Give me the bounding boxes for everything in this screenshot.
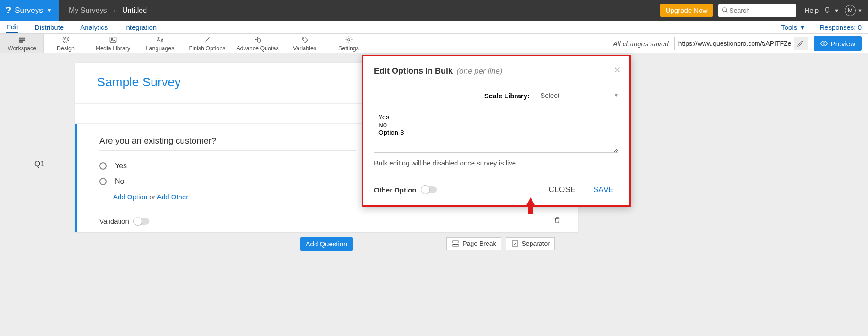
separator-button[interactable]: Separator (506, 237, 555, 250)
svg-point-6 (65, 37, 66, 38)
other-option-label: Other Option (374, 186, 417, 194)
other-option-toggle[interactable] (421, 186, 437, 193)
checkbox-icon (511, 240, 519, 248)
breadcrumb: My Surveys › Untitled (59, 0, 157, 21)
language-icon (156, 36, 164, 45)
bulk-options-textarea[interactable] (374, 109, 618, 153)
radio-icon (99, 162, 107, 170)
svg-point-10 (255, 37, 258, 40)
tool-variables[interactable]: Variables (283, 34, 327, 53)
tool-design[interactable]: Design (44, 34, 88, 53)
tab-distribute[interactable]: Distribute (35, 22, 64, 32)
svg-rect-4 (19, 41, 23, 42)
image-icon (109, 36, 117, 45)
modal-close-button[interactable]: CLOSE (544, 182, 580, 197)
page-break-button[interactable]: Page Break (446, 237, 501, 250)
question-number: Q1 (34, 160, 45, 169)
svg-rect-3 (19, 40, 25, 41)
caret-down-icon[interactable]: ▼ (857, 8, 863, 13)
scale-library-label: Scale Library: (484, 92, 530, 100)
scale-library-row: Scale Library: - Select - ▼ (374, 90, 618, 101)
tool-languages[interactable]: Languages (138, 34, 182, 53)
product-menu[interactable]: ? Surveys ▼ (0, 0, 59, 21)
save-status: All changes saved (613, 40, 669, 48)
editor-toolbar: Workspace Design Media Library Languages… (0, 34, 868, 53)
tool-advance-quotas[interactable]: Advance Quotas (233, 34, 283, 53)
modal-note: Bulk editing will be disabled once surve… (374, 159, 618, 167)
modal-close-icon[interactable]: ✕ (613, 64, 621, 75)
tool-workspace[interactable]: Workspace (0, 34, 44, 53)
svg-line-1 (727, 11, 728, 13)
bell-icon[interactable] (823, 5, 831, 16)
survey-url-box: https://www.questionpro.com/t/APITFZe (674, 37, 808, 50)
caret-down-icon[interactable]: ▼ (834, 8, 839, 13)
layout-chips: Page Break Separator (446, 237, 555, 250)
option-label: Yes (115, 162, 127, 170)
palette-icon (62, 36, 70, 45)
caret-down-icon: ▼ (614, 93, 618, 98)
add-option-link[interactable]: Add Option (113, 193, 147, 201)
tab-analytics[interactable]: Analytics (80, 22, 108, 32)
modal-hint: (one per line) (456, 67, 502, 75)
pencil-icon (797, 39, 805, 48)
avatar[interactable]: M (845, 5, 856, 16)
edit-options-bulk-modal: Edit Options in Bulk (one per line) ✕ Sc… (362, 55, 631, 207)
topbar: ? Surveys ▼ My Surveys › Untitled Upgrad… (0, 0, 868, 21)
svg-point-0 (722, 8, 727, 12)
gear-icon (345, 36, 353, 45)
annotation-arrow-icon (526, 197, 536, 207)
logo-icon: ? (5, 5, 11, 16)
add-question-row-bottom: Add Question Page Break Separator (75, 237, 578, 251)
svg-rect-2 (19, 38, 25, 39)
validation-toggle[interactable] (134, 218, 149, 225)
tag-icon (301, 36, 309, 45)
wand-icon (203, 36, 212, 45)
chevron-right-icon: › (114, 6, 116, 15)
tool-media-library[interactable]: Media Library (88, 34, 138, 53)
caret-down-icon: ▼ (47, 7, 52, 14)
responses-count[interactable]: Responses: 0 (819, 23, 862, 31)
question-text[interactable]: Are you an existing customer? (99, 136, 356, 151)
modal-title: Edit Options in Bulk (374, 66, 453, 75)
section-tabs: Edit Distribute Analytics Integration To… (0, 21, 868, 34)
add-question-button[interactable]: Add Question (300, 237, 353, 251)
edit-url-button[interactable] (794, 37, 808, 50)
survey-url[interactable]: https://www.questionpro.com/t/APITFZe (675, 40, 794, 47)
tools-menu[interactable]: Tools ▼ (781, 23, 806, 31)
quota-icon (254, 36, 262, 45)
svg-point-5 (64, 38, 65, 39)
trash-icon (553, 216, 561, 224)
tool-finish-options[interactable]: Finish Options (182, 34, 233, 53)
svg-rect-15 (512, 241, 518, 246)
add-other-link[interactable]: Add Other (157, 193, 188, 201)
modal-footer: Other Option CLOSE SAVE (374, 182, 618, 197)
breadcrumb-root[interactable]: My Surveys (69, 6, 107, 15)
search-input[interactable] (729, 7, 784, 14)
tab-edit[interactable]: Edit (6, 21, 18, 33)
svg-point-12 (303, 37, 304, 38)
validation-label: Validation (99, 217, 129, 225)
radio-icon (99, 178, 107, 185)
svg-rect-8 (110, 37, 116, 42)
preview-button[interactable]: Preview (814, 36, 862, 51)
tab-integration[interactable]: Integration (124, 22, 157, 32)
question-footer: Validation (77, 210, 578, 232)
eye-icon (820, 39, 828, 48)
workspace-icon (18, 36, 26, 45)
upgrade-button[interactable]: Upgrade Now (660, 4, 713, 17)
product-name: Surveys (15, 6, 43, 15)
svg-point-13 (347, 38, 350, 41)
svg-point-7 (67, 38, 68, 39)
search-box[interactable] (718, 4, 796, 17)
svg-point-14 (823, 43, 825, 45)
breadcrumb-current[interactable]: Untitled (122, 6, 147, 15)
page-break-icon (451, 240, 460, 248)
scale-library-select[interactable]: - Select - ▼ (536, 90, 618, 101)
svg-point-11 (257, 38, 261, 42)
modal-save-button[interactable]: SAVE (589, 182, 618, 197)
delete-question-button[interactable] (553, 216, 561, 226)
help-link[interactable]: Help (804, 6, 819, 14)
option-label: No (115, 177, 124, 186)
tool-settings[interactable]: Settings (327, 34, 371, 53)
search-icon (721, 6, 729, 15)
